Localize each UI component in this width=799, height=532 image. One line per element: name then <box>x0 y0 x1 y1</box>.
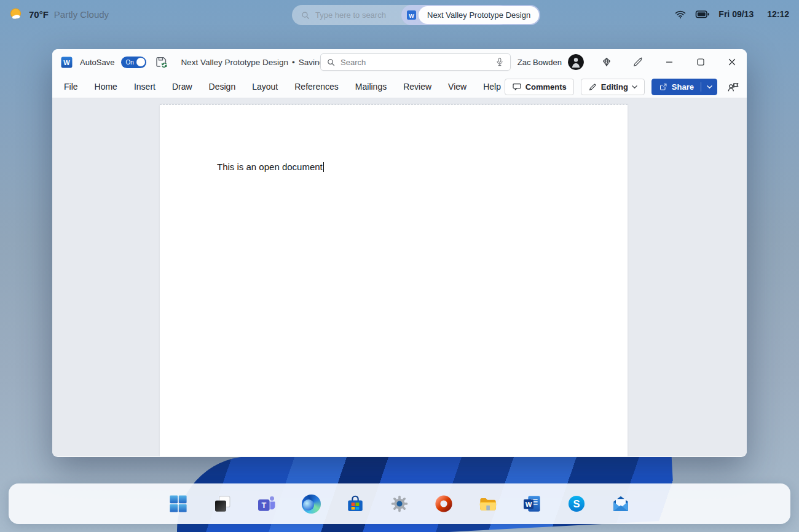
svg-text:W: W <box>525 501 532 508</box>
word-titlebar: W AutoSave On <box>52 49 747 75</box>
diamond-icon[interactable] <box>598 53 615 71</box>
teams-icon[interactable]: T <box>256 493 277 514</box>
office-icon[interactable] <box>433 493 454 514</box>
document-text: This is an open document <box>217 162 323 172</box>
share-button[interactable]: Share <box>651 79 717 95</box>
chevron-down-icon[interactable] <box>707 85 712 89</box>
active-app-chip[interactable]: W Next Valley Prototype Design <box>401 5 540 25</box>
menu-review[interactable]: Review <box>403 82 431 92</box>
system-status-area[interactable]: Fri 09/13 12:12 <box>674 0 789 28</box>
document-page[interactable]: This is an open document <box>160 104 628 456</box>
title-separator: • <box>292 58 295 67</box>
desktop-topbar: 70°F Partly Cloudy W Next Valley Prototy… <box>0 0 799 28</box>
document-title-dropdown[interactable]: Next Valley Prototype Design • Saving... <box>181 58 342 67</box>
person-flag-icon[interactable] <box>726 80 740 93</box>
comment-bubble-icon <box>512 82 522 92</box>
battery-icon <box>695 8 710 20</box>
start-button[interactable] <box>168 493 189 514</box>
microphone-icon[interactable] <box>495 57 505 67</box>
edge-icon[interactable] <box>301 493 321 514</box>
search-icon <box>326 58 336 67</box>
word-taskbar-icon[interactable]: W <box>522 493 543 514</box>
search-icon <box>301 10 310 20</box>
desktop-search-bar[interactable]: W Next Valley Prototype Design <box>292 5 508 25</box>
menu-design[interactable]: Design <box>209 82 236 92</box>
weather-temperature: 70°F <box>29 9 49 20</box>
save-sync-icon[interactable] <box>155 56 168 69</box>
svg-text:W: W <box>63 59 70 66</box>
share-label: Share <box>672 82 694 92</box>
menu-help[interactable]: Help <box>483 82 501 92</box>
svg-text:W: W <box>409 13 414 19</box>
autosave-label: AutoSave <box>80 58 114 67</box>
document-title: Next Valley Prototype Design <box>181 58 288 67</box>
word-search-input[interactable] <box>340 58 495 67</box>
weather-widget[interactable]: 70°F Partly Cloudy <box>9 7 109 22</box>
word-menubar: File Home Insert Draw Design Layout Refe… <box>52 75 747 98</box>
clock-date: Fri 09/13 <box>718 9 754 19</box>
menu-layout[interactable]: Layout <box>252 82 278 92</box>
desktop: 70°F Partly Cloudy W Next Valley Prototy… <box>0 0 799 532</box>
minimize-button[interactable] <box>661 53 678 71</box>
taskbar: T <box>9 483 790 524</box>
word-app-icon: W <box>60 56 73 69</box>
text-cursor <box>323 162 324 172</box>
toggle-knob <box>136 58 145 66</box>
menu-file[interactable]: File <box>64 82 78 92</box>
microsoft-store-icon[interactable] <box>345 493 366 514</box>
user-avatar[interactable] <box>568 54 584 70</box>
weather-condition: Partly Cloudy <box>54 9 109 20</box>
pencil-icon <box>588 82 597 92</box>
comments-button[interactable]: Comments <box>505 79 574 95</box>
word-window: W AutoSave On <box>52 49 747 457</box>
mail-icon[interactable] <box>610 493 631 514</box>
menu-view[interactable]: View <box>448 82 466 92</box>
menu-draw[interactable]: Draw <box>172 82 192 92</box>
close-button[interactable] <box>723 53 741 71</box>
task-view-icon[interactable] <box>212 493 233 514</box>
skype-icon[interactable]: S <box>566 493 587 514</box>
autosave-state: On <box>125 59 133 66</box>
sun-cloud-icon <box>9 7 23 22</box>
word-icon: W <box>406 9 417 21</box>
settings-icon[interactable] <box>389 493 410 514</box>
share-divider <box>701 82 701 92</box>
menu-references[interactable]: References <box>294 82 339 92</box>
desktop-search-input[interactable] <box>315 10 401 20</box>
editing-label: Editing <box>601 82 628 92</box>
clock-time: 12:12 <box>767 9 789 19</box>
file-explorer-icon[interactable] <box>478 493 498 514</box>
autosave-toggle[interactable]: On <box>121 57 146 68</box>
comments-label: Comments <box>525 82 567 92</box>
editing-mode-button[interactable]: Editing <box>581 79 645 95</box>
share-icon <box>659 82 668 92</box>
user-name[interactable]: Zac Bowden <box>518 58 562 67</box>
wifi-icon <box>674 8 687 20</box>
menu-mailings[interactable]: Mailings <box>355 82 387 92</box>
svg-text:T: T <box>261 501 266 510</box>
svg-text:S: S <box>573 498 580 510</box>
menu-insert[interactable]: Insert <box>134 82 155 92</box>
sparkle-pen-icon[interactable] <box>629 53 647 71</box>
chevron-down-icon <box>632 85 637 89</box>
menu-home[interactable]: Home <box>95 82 117 92</box>
word-search-box[interactable] <box>320 53 511 71</box>
active-app-label: Next Valley Prototype Design <box>419 6 539 24</box>
word-canvas: This is an open document <box>52 98 747 456</box>
maximize-button[interactable] <box>692 53 709 71</box>
